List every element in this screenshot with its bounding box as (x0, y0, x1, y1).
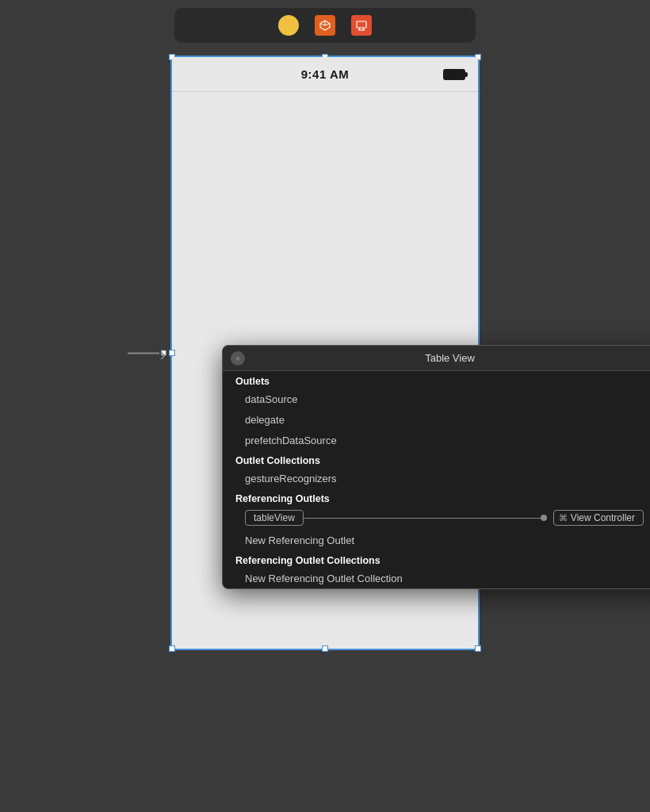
view-controller-label: View Controller (571, 512, 635, 523)
screen-icon[interactable] (351, 15, 372, 36)
cube-icon[interactable] (315, 15, 335, 36)
outlet-source-label[interactable]: tableView (245, 510, 304, 526)
outlet-row-prefetch: prefetchDataSource (223, 430, 650, 450)
connector-line (304, 518, 541, 519)
new-ref-outlet-collection-label: New Referencing Outlet Collection (245, 573, 403, 584)
xcode-toolbar (174, 8, 476, 43)
battery-icon (443, 69, 465, 80)
svg-line-3 (320, 24, 325, 26)
arrow-line (128, 352, 159, 354)
ref-outlet-collections-header: Referencing Outlet Collections (223, 550, 650, 568)
outlet-row-gesture: gestureRecognizers (223, 468, 650, 488)
status-bar: 9:41 AM (172, 57, 478, 92)
outlet-label-prefetch: prefetchDataSource (245, 435, 337, 446)
handle-left-center[interactable] (169, 350, 175, 356)
new-ref-outlet-collection-row: New Referencing Outlet Collection (223, 568, 650, 588)
new-referencing-outlet-label: New Referencing Outlet (245, 534, 354, 546)
popup-titlebar: × Table View (223, 346, 650, 371)
handle-bottom-right[interactable] (475, 645, 481, 652)
referencing-outlet-connection: tableView ⌘ View Controller (223, 506, 650, 530)
svg-line-2 (325, 24, 330, 26)
outlets-section-header: Outlets (223, 371, 650, 389)
canvas-area: 9:41 AM × Table View Outlets dataSource … (48, 56, 602, 780)
outlet-target-label[interactable]: ⌘ View Controller (553, 510, 644, 526)
handle-bottom-center[interactable] (322, 645, 328, 652)
outlet-row-delegate: delegate (223, 409, 650, 430)
outlet-collections-header: Outlet Collections (223, 450, 650, 468)
outlet-label-delegate: delegate (245, 414, 285, 426)
popup-title: Table View (425, 352, 475, 364)
status-time: 9:41 AM (301, 67, 349, 81)
popup-close-button[interactable]: × (231, 351, 245, 366)
run-button-icon[interactable] (278, 15, 299, 36)
outlet-row-datasource: dataSource (223, 389, 650, 409)
outlet-label-gesture: gestureRecognizers (245, 473, 337, 485)
close-icon: × (235, 354, 240, 363)
cmd-symbol: ⌘ (559, 513, 568, 523)
referencing-outlets-header: Referencing Outlets (223, 488, 650, 506)
popup-panel: × Table View Outlets dataSource delegate… (222, 345, 650, 589)
handle-bottom-left[interactable] (169, 645, 175, 652)
new-referencing-outlet-row: New Referencing Outlet (223, 530, 650, 550)
svg-rect-4 (357, 21, 366, 28)
outlet-label-datasource: dataSource (245, 393, 298, 405)
arrow-connector (128, 350, 166, 356)
connector-dot (541, 515, 547, 521)
